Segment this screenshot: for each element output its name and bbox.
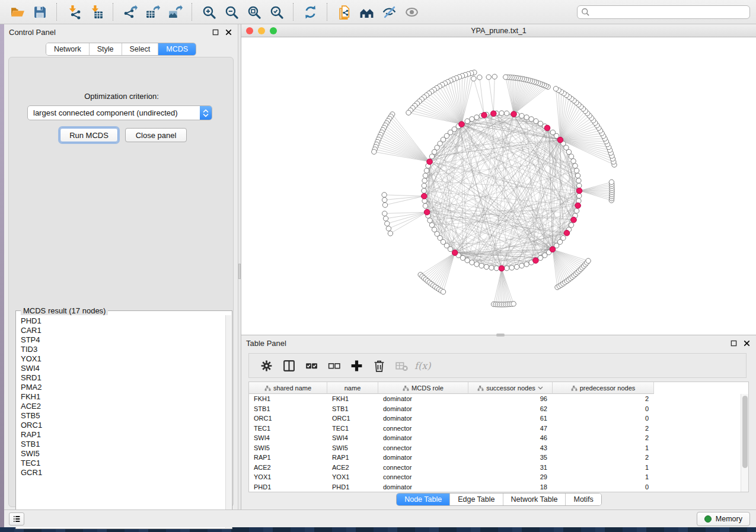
mcds-result-item[interactable]: STP4 <box>21 335 225 345</box>
table-panel-splitter-handle[interactable] <box>496 334 505 336</box>
mcds-result-item[interactable]: PMA2 <box>21 383 225 392</box>
network-node[interactable] <box>448 246 452 251</box>
network-node[interactable] <box>423 203 428 208</box>
function-builder-button[interactable]: f(x) <box>414 355 434 376</box>
network-node[interactable] <box>504 111 509 116</box>
network-node[interactable] <box>524 262 529 267</box>
table-row[interactable]: PHD1PHD1dominator180 <box>249 482 741 492</box>
network-node[interactable] <box>569 223 573 227</box>
network-node[interactable] <box>575 173 580 178</box>
mcds-result-item[interactable]: FKH1 <box>21 392 225 402</box>
deselect-all-button[interactable] <box>324 355 344 376</box>
tab-mcds[interactable]: MCDS <box>158 43 196 55</box>
optimization-select[interactable]: largest connected component (undirected) <box>27 105 212 120</box>
network-node[interactable] <box>465 118 470 123</box>
network-node[interactable] <box>569 154 573 159</box>
mcds-result-item[interactable]: GCR1 <box>21 468 225 477</box>
close-table-panel-button[interactable] <box>742 338 751 348</box>
network-node[interactable] <box>470 117 474 121</box>
network-node[interactable] <box>428 218 432 223</box>
import-table-button[interactable] <box>86 2 106 21</box>
mcds-result-item[interactable]: RAP1 <box>21 430 225 440</box>
mcds-hub-node[interactable] <box>424 209 430 215</box>
network-file-button[interactable] <box>334 2 354 21</box>
mcds-hub-node[interactable] <box>511 111 517 117</box>
show-graphics-details-button[interactable] <box>401 2 422 21</box>
mcds-result-item[interactable]: PHD1 <box>21 316 225 326</box>
zoom-selected-button[interactable] <box>266 2 286 21</box>
network-node[interactable] <box>486 75 491 79</box>
network-node[interactable] <box>479 263 484 268</box>
network-node[interactable] <box>509 265 514 270</box>
tab-select[interactable]: Select <box>122 43 158 55</box>
network-node[interactable] <box>553 86 558 91</box>
network-node[interactable] <box>383 216 388 221</box>
close-panel-button[interactable] <box>224 27 233 37</box>
network-node[interactable] <box>441 289 445 294</box>
network-titlebar[interactable]: YPA_prune.txt_1 <box>241 24 756 37</box>
table-row[interactable]: SWI4SWI4dominator462 <box>249 433 741 443</box>
tab-node-table[interactable]: Node Table <box>397 493 449 505</box>
network-node[interactable] <box>574 168 579 173</box>
mcds-result-item[interactable]: ORC1 <box>21 421 225 430</box>
network-node[interactable] <box>429 223 434 227</box>
network-node[interactable] <box>550 130 555 134</box>
mcds-hub-node[interactable] <box>544 125 550 131</box>
column-header-name[interactable]: name <box>327 382 378 394</box>
zoom-in-button[interactable] <box>199 2 219 21</box>
network-node[interactable] <box>471 76 476 81</box>
run-mcds-button[interactable]: Run MCDS <box>60 128 118 142</box>
zoom-fit-button[interactable] <box>244 2 264 21</box>
mcds-hub-node[interactable] <box>533 258 539 264</box>
delete-column-button[interactable] <box>369 355 389 376</box>
mcds-hub-node[interactable] <box>557 137 563 143</box>
tab-style[interactable]: Style <box>89 43 122 55</box>
network-node[interactable] <box>388 231 393 236</box>
export-table-button[interactable] <box>142 2 162 21</box>
tab-motifs[interactable]: Motifs <box>565 493 601 505</box>
overview-button[interactable] <box>356 2 377 21</box>
network-node[interactable] <box>422 183 426 188</box>
mcds-hub-node[interactable] <box>427 159 433 165</box>
network-node[interactable] <box>514 264 519 269</box>
mcds-list-scrollbar[interactable] <box>225 315 231 528</box>
network-node[interactable] <box>503 75 508 79</box>
mcds-result-item[interactable]: SWI4 <box>21 364 225 373</box>
network-node[interactable] <box>484 264 489 269</box>
network-node[interactable] <box>571 159 576 164</box>
network-node[interactable] <box>561 236 566 241</box>
mcds-result-item[interactable]: TID3 <box>21 345 225 354</box>
mcds-hub-node[interactable] <box>550 246 556 252</box>
open-file-button[interactable] <box>7 2 27 21</box>
select-all-button[interactable] <box>301 355 321 376</box>
network-node[interactable] <box>474 115 479 120</box>
network-node[interactable] <box>460 255 465 260</box>
mcds-hub-node[interactable] <box>459 121 465 127</box>
mcds-result-item[interactable]: YOX1 <box>21 354 225 364</box>
network-node[interactable] <box>577 193 582 198</box>
mcds-hub-node[interactable] <box>576 188 582 194</box>
network-node[interactable] <box>534 118 538 123</box>
mcds-hub-node[interactable] <box>452 250 458 256</box>
column-header-predecessor-nodes[interactable]: predecessor nodes <box>553 382 654 394</box>
mcds-hub-node[interactable] <box>575 203 581 209</box>
network-node[interactable] <box>386 226 391 231</box>
network-node[interactable] <box>382 203 387 207</box>
network-node[interactable] <box>385 221 390 226</box>
mcds-hub-node[interactable] <box>499 265 505 271</box>
network-node[interactable] <box>529 117 534 121</box>
memory-button[interactable]: Memory <box>697 512 750 526</box>
export-network-button[interactable] <box>120 2 140 21</box>
network-node[interactable] <box>474 262 479 267</box>
mcds-result-item[interactable]: ACE2 <box>21 402 225 411</box>
network-node[interactable] <box>382 211 387 216</box>
network-node[interactable] <box>519 263 524 268</box>
mcds-result-item[interactable]: TEC1 <box>21 459 225 468</box>
mcds-hub-node[interactable] <box>571 217 577 223</box>
network-node[interactable] <box>609 180 614 184</box>
clear-table-button[interactable] <box>391 355 412 376</box>
network-node[interactable] <box>499 111 504 116</box>
table-row[interactable]: RAP1RAP1dominator352 <box>249 453 741 463</box>
network-node[interactable] <box>511 302 516 306</box>
network-node[interactable] <box>586 258 591 263</box>
